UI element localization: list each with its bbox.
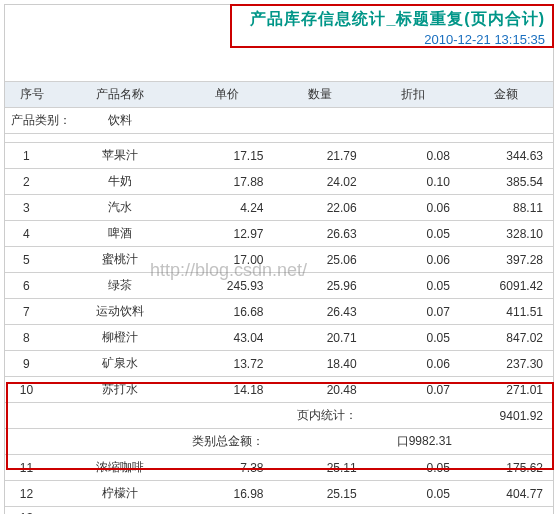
report-header: 产品库存信息统计_标题重复(页内合计) [5,5,553,32]
table-row: 5蜜桃汁17.0025.060.06397.28 [5,247,553,273]
cell-qty: 26.63 [274,221,367,247]
cell-amount: 411.51 [460,299,553,325]
cell-price: 245.93 [180,273,273,299]
cell-price: 4.24 [180,195,273,221]
cell-qty: 25.06 [274,247,367,273]
cell-idx: 9 [5,351,60,377]
category-value: 饮料 [60,108,181,134]
cell-price: 17.00 [180,247,273,273]
category-total-amount: 口9982.31 [367,429,553,455]
cell-name: 浓缩咖啡 [60,455,181,481]
header-spacer [5,53,553,81]
cell-price: 13.72 [180,351,273,377]
report-container: 产品库存信息统计_标题重复(页内合计) 2010-12-21 13:15:35 … [4,4,554,514]
cell-amount: 175.62 [460,455,553,481]
cell-name: 蜜桃汁 [60,247,181,273]
table-row: 10苏打水14.1820.480.07271.01 [5,377,553,403]
cell-discount: 0.05 [367,221,460,247]
cell-qty: 22.06 [274,195,367,221]
table-row: 3汽水4.2422.060.0688.11 [5,195,553,221]
blank-row [5,134,553,143]
cell-amount: 328.10 [460,221,553,247]
cell-price: 16.98 [180,481,273,507]
cell-discount: 0.05 [367,455,460,481]
cell-idx: 5 [5,247,60,273]
page-summary-row: 页内统计：9401.92 [5,403,553,429]
cell-discount: 0.05 [367,481,460,507]
table-body: 产品类别： 饮料 1苹果汁17.1521.790.08344.632牛奶17.8… [5,108,553,515]
cell-idx: 12 [5,481,60,507]
category-label: 产品类别： [5,108,60,134]
cell-discount: 0.07 [367,377,460,403]
cell-idx: 1 [5,143,60,169]
cell-amount: 847.02 [460,325,553,351]
cell-price: 43.04 [180,325,273,351]
cell-qty: 18.40 [274,351,367,377]
cell-name: 柠檬汁 [60,481,181,507]
cell-amount: 271.01 [460,377,553,403]
page-summary-label: 页内统计： [274,403,367,429]
cell-price: 17.88 [180,169,273,195]
cell-qty: 25.96 [274,273,367,299]
cell-qty: 25.11 [274,455,367,481]
cell-name: 苹果汁 [60,143,181,169]
table-row: 2牛奶17.8824.020.10385.54 [5,169,553,195]
col-idx: 序号 [5,82,60,108]
cell-name: 绿茶 [60,273,181,299]
cell-name: 牛奶 [60,169,181,195]
cell-name: 汽水 [60,195,181,221]
cell-discount: 0.06 [367,247,460,273]
cell-name: 柳橙汁 [60,325,181,351]
category-total-row: 类别总金额：口9982.31 [5,429,553,455]
cell-discount: 0.06 [367,351,460,377]
cell-qty: 21.79 [274,143,367,169]
cell-discount: 0.05 [367,325,460,351]
cell-name: 矿泉水 [60,351,181,377]
cell-idx: 8 [5,325,60,351]
cell-amount: 6091.42 [460,273,553,299]
cell-discount: 0.10 [367,169,460,195]
col-name: 产品名称 [60,82,181,108]
cell-price: 17.15 [180,143,273,169]
cell-name: 啤酒 [60,221,181,247]
cell-amount: 385.54 [460,169,553,195]
inventory-table: 序号 产品名称 单价 数量 折扣 金额 产品类别： 饮料 1苹果汁17.1521… [5,81,553,514]
cell-idx: 3 [5,195,60,221]
cell-amount: 237.30 [460,351,553,377]
cell-qty: 20.48 [274,377,367,403]
table-row: 11浓缩咖啡7.3825.110.05175.62 [5,455,553,481]
col-qty: 数量 [274,82,367,108]
cell-amount: 397.28 [460,247,553,273]
cell-price: 14.18 [180,377,273,403]
cell-qty: 24.02 [274,169,367,195]
cell-idx: 10 [5,377,60,403]
cell-idx: 6 [5,273,60,299]
cell-idx: 4 [5,221,60,247]
cell-qty: 20.71 [274,325,367,351]
report-timestamp: 2010-12-21 13:15:35 [5,32,553,53]
cell-discount: 0.06 [367,195,460,221]
cell-idx: 11 [5,455,60,481]
cell-qty: 25.15 [274,481,367,507]
cell-qty: 26.43 [274,299,367,325]
table-row: 8柳橙汁43.0420.710.05847.02 [5,325,553,351]
table-row: 7运动饮料16.6826.430.07411.51 [5,299,553,325]
cell-amount: 344.63 [460,143,553,169]
cell-price: 7.38 [180,455,273,481]
table-row: 1苹果汁17.1521.790.08344.63 [5,143,553,169]
cell-amount: 404.77 [460,481,553,507]
cell-discount: 0.05 [367,273,460,299]
table-row: 12柠檬汁16.9825.150.05404.77 [5,481,553,507]
category-total-label: 类别总金额： [60,429,274,455]
table-row-empty: 13 [5,507,553,515]
cell-amount: 88.11 [460,195,553,221]
cell-idx: 7 [5,299,60,325]
col-price: 单价 [180,82,273,108]
table-row: 9矿泉水13.7218.400.06237.30 [5,351,553,377]
cell-name: 运动饮料 [60,299,181,325]
category-row: 产品类别： 饮料 [5,108,553,134]
cell-discount: 0.08 [367,143,460,169]
col-amount: 金额 [460,82,553,108]
cell-price: 12.97 [180,221,273,247]
table-row: 4啤酒12.9726.630.05328.10 [5,221,553,247]
